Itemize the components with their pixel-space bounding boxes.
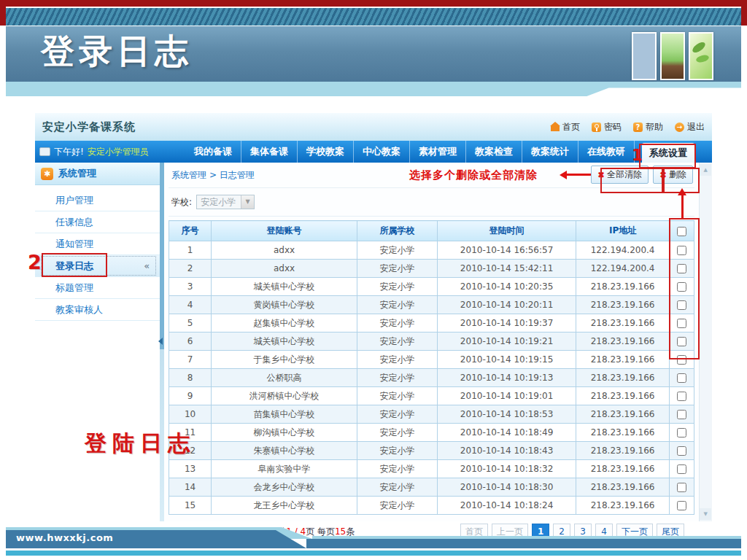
link-exit[interactable]: 退出 (675, 121, 705, 133)
clear-all-button[interactable]: ✖ 全部清除 (591, 166, 649, 184)
sidebar: ✱ 系统管理 用户管理任课信息通知管理登录日志«标题管理教案审核人 (35, 163, 160, 521)
cell-no: 15 (169, 497, 212, 515)
table-head: 序号登陆账号所属学校登陆时间IP地址 (169, 221, 694, 241)
annotation-step-1: 1 (632, 147, 643, 164)
row-checkbox[interactable] (677, 373, 686, 383)
cell-account: 龙王乡中心学校 (212, 497, 357, 515)
link-help[interactable]: 帮助 (633, 121, 663, 133)
sidebar-item[interactable]: 登录日志« (35, 255, 160, 277)
sidebar-item[interactable]: 教案审核人 (35, 299, 160, 321)
school-filter-label: 学校: (171, 196, 192, 209)
greeting: 下午好! 安定小学管理员 (35, 141, 185, 163)
row-checkbox[interactable] (677, 392, 686, 401)
main-area: ✱ 系统管理 用户管理任课信息通知管理登录日志«标题管理教案审核人 系统管理 >… (35, 163, 712, 521)
sidebar-item-label: 通知管理 (55, 238, 93, 249)
summary-text: 15 (335, 526, 346, 537)
nav-item[interactable]: 在线教研 (578, 141, 635, 163)
cell-school: 安定小学 (357, 497, 438, 515)
link-label: 密码 (604, 121, 622, 133)
cell-account: 阜南实验中学 (212, 460, 357, 478)
cell-no: 6 (169, 332, 212, 351)
cell-ip: 218.23.19.166 (576, 497, 670, 515)
delete-button[interactable]: ✖ 删除 (653, 166, 693, 184)
table-row: 1adxx安定小学2010-10-14 16:56:57122.194.200.… (169, 241, 694, 260)
cell-ip: 122.194.200.4 (576, 260, 670, 278)
scroll-down-icon[interactable]: ▼ (700, 508, 711, 520)
cell-school: 安定小学 (357, 460, 438, 478)
nav-menu: 我的备课集体备课学校教案中心教案素材管理教案检查教案统计在线教研 (185, 141, 635, 163)
collapse-icon[interactable]: « (144, 255, 150, 276)
sidebar-item[interactable]: 用户管理 (35, 190, 160, 211)
sidebar-item[interactable]: 任课信息 (35, 211, 160, 233)
table-row: 7于集乡中心学校安定小学2010-10-14 10:19:15218.23.19… (169, 351, 694, 369)
x-icon: ✖ (659, 170, 667, 180)
sidebar-item-label: 用户管理 (55, 195, 93, 206)
row-checkbox[interactable] (677, 300, 686, 310)
cell-checkbox (670, 442, 694, 460)
cell-time: 2010-10-14 10:18:43 (438, 442, 576, 460)
row-checkbox[interactable] (677, 483, 686, 492)
key-icon (592, 122, 601, 132)
nav-item[interactable]: 素材管理 (410, 141, 466, 163)
sidebar-header: ✱ 系统管理 (35, 163, 160, 185)
row-checkbox[interactable] (677, 337, 686, 346)
cell-school: 安定小学 (357, 241, 438, 260)
cell-no: 10 (169, 405, 212, 424)
nav-item[interactable]: 我的备课 (185, 141, 241, 163)
row-checkbox[interactable] (677, 355, 686, 365)
gear-icon: ✱ (41, 168, 53, 180)
annotation-watermark: 登陆日志 (85, 429, 196, 459)
row-checkbox[interactable] (677, 246, 686, 255)
column-header: 登陆时间 (438, 221, 576, 241)
nav-item[interactable]: 集体备课 (241, 141, 298, 163)
collapse-handle-icon[interactable] (158, 338, 163, 345)
nav-item[interactable]: 中心教案 (354, 141, 410, 163)
row-checkbox[interactable] (677, 446, 686, 456)
cell-checkbox (670, 332, 694, 351)
row-checkbox[interactable] (677, 319, 686, 328)
cell-checkbox (670, 314, 694, 332)
clear-all-label: 全部清除 (607, 168, 642, 181)
cell-ip: 218.23.19.166 (576, 332, 670, 351)
row-checkbox[interactable] (677, 428, 686, 438)
cell-no: 13 (169, 460, 212, 478)
nav-item[interactable]: 教案检查 (466, 141, 522, 163)
cell-account: 城关镇中心学校 (212, 332, 357, 351)
nav-item[interactable]: 教案统计 (522, 141, 578, 163)
sidebar-item[interactable]: 标题管理 (35, 277, 160, 299)
cell-ip: 218.23.19.166 (576, 405, 670, 424)
link-key[interactable]: 密码 (592, 121, 622, 133)
x-icon: ✖ (597, 170, 605, 180)
cell-time: 2010-10-14 10:19:13 (438, 369, 576, 387)
scrollbar[interactable]: ▲ ▼ (699, 163, 712, 521)
top-links: 首页密码帮助退出 (551, 121, 705, 133)
sidebar-item[interactable]: 通知管理 (35, 233, 160, 255)
nav-item[interactable]: 学校教案 (298, 141, 354, 163)
tab-system-settings[interactable]: 系统设置 (642, 143, 694, 163)
cell-account: adxx (212, 241, 357, 260)
cell-checkbox (670, 351, 694, 369)
cell-checkbox (670, 424, 694, 442)
cell-no: 5 (169, 314, 212, 332)
column-header: 序号 (169, 221, 212, 241)
breadcrumb-row: 系统管理 > 日志管理 选择多个删除或全部清除 ✖ 全部清除 ✖ 删除 (169, 163, 694, 188)
table-row: 5赵集镇中心学校安定小学2010-10-14 10:19:37218.23.19… (169, 314, 694, 332)
cell-time: 2010-10-14 10:18:32 (438, 460, 576, 478)
cell-time: 2010-10-14 10:18:30 (438, 478, 576, 497)
left-red-edge (0, 7, 6, 26)
link-home[interactable]: 首页 (551, 121, 580, 133)
summary-text: 页 每页 (306, 526, 335, 537)
select-all-checkbox[interactable] (677, 227, 686, 236)
scroll-up-icon[interactable]: ▲ (700, 164, 711, 176)
cell-time: 2010-10-14 10:19:21 (438, 332, 576, 351)
row-checkbox[interactable] (677, 501, 686, 510)
row-checkbox[interactable] (677, 410, 686, 419)
row-checkbox[interactable] (677, 464, 686, 474)
cell-account: 城关镇中心学校 (212, 278, 357, 296)
school-select[interactable]: 安定小学 ▼ (196, 195, 255, 209)
cell-account: 洪河桥镇中心学校 (212, 387, 357, 405)
cell-checkbox (670, 460, 694, 478)
row-checkbox[interactable] (677, 282, 686, 292)
row-checkbox[interactable] (677, 264, 686, 273)
table-row: 4黄岗镇中心学校安定小学2010-10-14 10:20:11218.23.19… (169, 296, 694, 314)
